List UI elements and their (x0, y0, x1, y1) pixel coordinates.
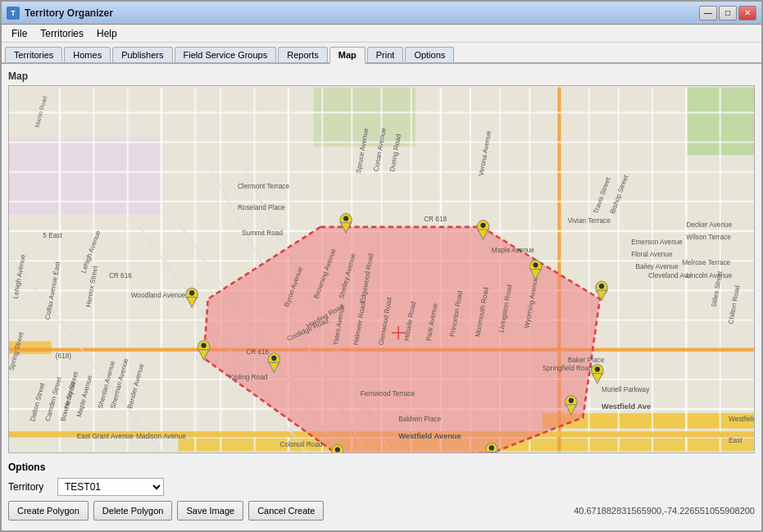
svg-text:Baldwin Place: Baldwin Place (398, 416, 441, 423)
tab-publishers[interactable]: Publishers (112, 47, 172, 62)
tab-options[interactable]: Options (405, 47, 454, 62)
create-polygon-button[interactable]: Create Polygon (8, 501, 89, 521)
svg-text:Westfield Ave: Westfield Ave (602, 402, 651, 411)
svg-text:Decker Avenue: Decker Avenue (686, 221, 732, 229)
svg-point-144 (599, 284, 604, 289)
svg-text:Woodland Avenue: Woodland Avenue (131, 292, 186, 299)
tab-field-service-groups[interactable]: Field Service Groups (175, 47, 277, 62)
menu-file[interactable]: File (5, 26, 34, 41)
svg-text:CR 616: CR 616 (109, 272, 132, 280)
svg-point-153 (489, 445, 494, 450)
svg-text:5 East: 5 East (43, 232, 62, 239)
svg-text:Colonial Road: Colonial Road (280, 441, 323, 448)
tab-territories[interactable]: Territories (5, 47, 62, 62)
main-window: T Territory Organizer — □ ✕ File Territo… (0, 0, 763, 532)
map-svg: Martin Road Lehigh Avenue CR 616 CR 618 … (9, 86, 754, 452)
tab-reports[interactable]: Reports (278, 47, 328, 62)
svg-point-159 (271, 356, 276, 361)
svg-text:CR 616: CR 616 (246, 348, 269, 356)
territory-select[interactable]: TEST01 TEST02 TEST03 (57, 478, 164, 496)
window-controls: — □ ✕ (699, 6, 756, 20)
maximize-button[interactable]: □ (719, 6, 737, 20)
title-bar: T Territory Organizer — □ ✕ (2, 2, 761, 25)
tab-map[interactable]: Map (329, 47, 366, 64)
svg-text:Springfield Road: Springfield Road (543, 365, 593, 372)
menu-help[interactable]: Help (90, 26, 124, 41)
minimize-button[interactable]: — (699, 6, 717, 20)
territory-label: Territory (8, 481, 57, 493)
svg-text:Baker Place: Baker Place (568, 357, 605, 364)
svg-point-138 (480, 223, 485, 228)
svg-text:Maple Avenue: Maple Avenue (492, 247, 535, 254)
svg-text:Wilson Terrace: Wilson Terrace (686, 234, 731, 241)
app-icon: T (7, 7, 20, 20)
svg-text:East Grant Avenue: East Grant Avenue (77, 433, 134, 440)
tab-homes[interactable]: Homes (64, 47, 111, 62)
svg-text:Kipling Road: Kipling Road (229, 374, 268, 381)
svg-point-165 (189, 290, 194, 295)
options-panel: Options Territory TEST01 TEST02 TEST03 C… (8, 458, 755, 524)
svg-text:Westfield Avenue: Westfield Avenue (398, 432, 461, 440)
tab-bar: Territories Homes Publishers Field Servi… (2, 43, 761, 64)
svg-text:Emerson Avenue: Emerson Avenue (631, 239, 683, 246)
svg-text:Lincoln Avenue: Lincoln Avenue (686, 272, 732, 280)
svg-text:Summit Road: Summit Road (242, 230, 283, 237)
svg-text:CR 618: CR 618 (424, 216, 447, 223)
menu-territories[interactable]: Territories (34, 26, 90, 41)
window-title: Territory Organizer (25, 7, 699, 19)
svg-text:Muriell Parkway: Muriell Parkway (602, 386, 650, 393)
svg-text:East: East (729, 437, 743, 444)
svg-point-135 (343, 216, 348, 221)
cancel-create-button[interactable]: Cancel Create (248, 501, 324, 521)
svg-text:Clermont Terrace: Clermont Terrace (238, 183, 290, 190)
svg-rect-4 (9, 138, 161, 214)
svg-text:Vivian Terrace: Vivian Terrace (568, 217, 611, 225)
close-button[interactable]: ✕ (738, 6, 756, 20)
svg-text:Melrose Terrace: Melrose Terrace (682, 259, 730, 266)
territory-row: Territory TEST01 TEST02 TEST03 (8, 478, 755, 496)
svg-text:Roseland Place: Roseland Place (238, 204, 285, 211)
options-title: Options (8, 462, 755, 473)
svg-text:Cleveland Ave: Cleveland Ave (648, 272, 692, 280)
coordinates-display: 40.671882831565900,-74.226551055908200 (574, 506, 755, 516)
delete-polygon-button[interactable]: Delete Polygon (93, 501, 173, 521)
svg-text:Fernwood Terrace: Fernwood Terrace (361, 390, 416, 398)
svg-point-156 (335, 447, 340, 452)
svg-text:Westfield Ave: Westfield Ave (729, 416, 754, 423)
save-image-button[interactable]: Save Image (177, 501, 243, 521)
svg-text:Bailey Avenue: Bailey Avenue (635, 264, 679, 271)
svg-point-141 (533, 262, 538, 267)
svg-text:Floral Avenue: Floral Avenue (631, 251, 673, 258)
map-panel-label: Map (8, 70, 755, 82)
svg-point-147 (595, 366, 600, 371)
svg-text:Madison Avenue: Madison Avenue (136, 433, 186, 440)
svg-point-150 (569, 398, 574, 403)
svg-text:(618): (618) (56, 352, 72, 360)
menu-bar: File Territories Help (2, 25, 761, 43)
map-container[interactable]: Martin Road Lehigh Avenue CR 616 CR 618 … (8, 85, 755, 453)
svg-point-162 (201, 343, 206, 348)
content-area: Map (2, 64, 761, 530)
action-buttons-row: Create Polygon Delete Polygon Save Image… (8, 501, 755, 521)
tab-print[interactable]: Print (367, 47, 404, 62)
